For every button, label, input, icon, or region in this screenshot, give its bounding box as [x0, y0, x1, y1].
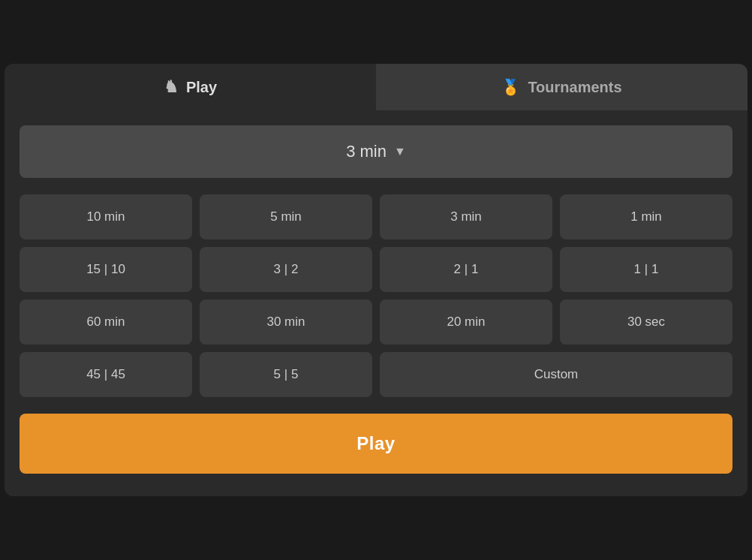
time-grid: 10 min 5 min 3 min 1 min 15 | 10 3 | 2 2… — [20, 194, 732, 397]
time-dropdown[interactable]: 3 min ▼ — [20, 125, 732, 178]
play-button[interactable]: Play — [20, 414, 732, 474]
tab-tournaments[interactable]: Tournaments — [376, 64, 747, 110]
time-btn-20min[interactable]: 20 min — [380, 300, 552, 345]
main-content: 3 min ▼ 10 min 5 min 3 min 1 min 15 | 10… — [5, 110, 747, 496]
time-btn-3min[interactable]: 3 min — [380, 194, 552, 239]
time-btn-1min[interactable]: 1 min — [560, 194, 732, 239]
tab-play[interactable]: Play — [5, 64, 376, 110]
time-btn-1-1[interactable]: 1 | 1 — [560, 247, 732, 292]
tab-bar: Play Tournaments — [5, 64, 747, 110]
medal-icon — [501, 77, 520, 97]
tab-play-label: Play — [186, 79, 217, 96]
dropdown-selected-value: 3 min — [346, 142, 387, 161]
time-btn-3-2[interactable]: 3 | 2 — [200, 247, 372, 292]
time-btn-60min[interactable]: 60 min — [20, 300, 192, 345]
time-btn-10min[interactable]: 10 min — [20, 194, 192, 239]
time-btn-15-10[interactable]: 15 | 10 — [20, 247, 192, 292]
time-btn-5min[interactable]: 5 min — [200, 194, 372, 239]
app-container: Play Tournaments 3 min ▼ 10 min 5 min 3 … — [5, 64, 747, 496]
time-btn-45-45[interactable]: 45 | 45 — [20, 352, 192, 397]
knight-icon — [164, 77, 179, 97]
tab-tournaments-label: Tournaments — [528, 79, 621, 96]
time-btn-custom[interactable]: Custom — [380, 352, 732, 397]
time-btn-2-1[interactable]: 2 | 1 — [380, 247, 552, 292]
dropdown-arrow: ▼ — [394, 145, 406, 158]
time-btn-5-5[interactable]: 5 | 5 — [200, 352, 372, 397]
time-btn-30sec[interactable]: 30 sec — [560, 300, 732, 345]
time-btn-30min[interactable]: 30 min — [200, 300, 372, 345]
